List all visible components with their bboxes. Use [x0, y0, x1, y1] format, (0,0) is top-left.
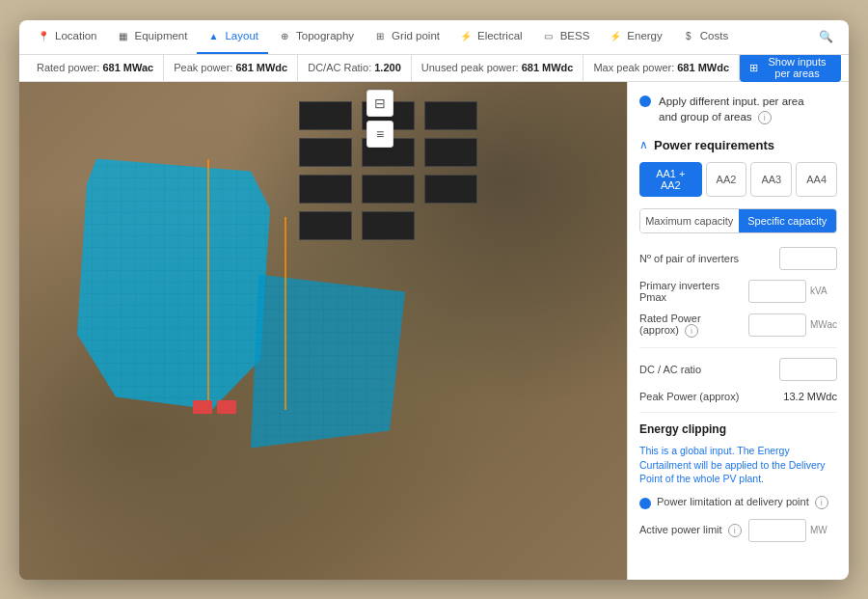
marker-red-1: [193, 400, 212, 414]
toggle-label: Apply different input. per areaand group…: [659, 94, 804, 124]
dc-ac-ratio-input-wrap: [779, 358, 837, 381]
chevron-icon: ∧: [639, 138, 648, 151]
power-requirements-section[interactable]: ∧ Power requirements: [639, 138, 837, 152]
map-area[interactable]: ⊟ ≡: [19, 82, 627, 580]
marker-red-2: [217, 400, 236, 414]
pair-of-inverters-input-wrap: [779, 247, 837, 270]
power-limit-dot: [639, 498, 651, 509]
active-power-unit: MW: [810, 525, 837, 535]
primary-inverters-input[interactable]: [748, 280, 806, 303]
divider-1: [639, 347, 837, 348]
structure-10: [299, 211, 352, 240]
area-tab-aa1-aa2[interactable]: AA1 + AA2: [639, 162, 702, 197]
marker-line-2: [285, 217, 286, 410]
show-inputs-button[interactable]: ⊞ Show inputs per areas: [740, 53, 841, 82]
maximum-capacity-tab[interactable]: Maximum capacity: [640, 209, 739, 232]
location-icon: 📍: [37, 29, 50, 42]
section-title: Power requirements: [654, 138, 774, 152]
nav-item-costs[interactable]: $ Costs: [672, 20, 738, 54]
nav-item-energy[interactable]: ⚡ Energy: [599, 20, 671, 54]
primary-inverters-input-wrap: kVA: [748, 280, 837, 303]
rated-power-input-wrap: MWac: [748, 313, 837, 337]
energy-icon: ⚡: [609, 29, 622, 42]
active-power-label: Active power limit i: [639, 524, 745, 537]
rated-power-status: Rated power: 681 MWac: [27, 55, 164, 81]
dc-ac-ratio-label: DC / AC ratio: [639, 364, 773, 375]
status-bar: Rated power: 681 MWac Peak power: 681 MW…: [19, 55, 849, 82]
structure-7: [299, 175, 352, 204]
area-tab-aa3[interactable]: AA3: [750, 162, 792, 197]
peak-power-label: Peak Power (approx): [639, 391, 777, 402]
pv-area-right: [251, 275, 405, 449]
energy-clipping-title: Energy clipping: [639, 422, 837, 436]
pv-area-left: [77, 159, 270, 410]
nav-item-grid-point[interactable]: ⊞ Grid point: [364, 20, 449, 54]
info-icon-power-limit[interactable]: i: [815, 496, 828, 509]
topography-icon: ⊕: [278, 29, 291, 42]
peak-power-status: Peak power: 681 MWdc: [164, 55, 298, 81]
structure-8: [362, 175, 415, 204]
dc-ac-ratio-status: DC/AC Ratio: 1.200: [298, 55, 412, 81]
main-container: 📍 Location ▦ Equipment ▲ Layout ⊕ Topogr…: [19, 20, 849, 580]
layers-button[interactable]: ⊟: [366, 90, 393, 117]
structure-1: [299, 101, 352, 130]
layout-icon: ▲: [206, 29, 220, 42]
structure-9: [424, 175, 477, 204]
marker-line-1: [207, 159, 209, 410]
structure-6: [424, 138, 477, 167]
layers-stack-icon: ⊟: [374, 95, 386, 111]
peak-power-row: Peak Power (approx) 13.2 MWdc: [639, 391, 837, 402]
specific-capacity-tab[interactable]: Specific capacity: [739, 209, 837, 232]
grid-point-icon: ⊞: [373, 29, 387, 42]
active-power-input[interactable]: [748, 519, 806, 542]
top-nav: 📍 Location ▦ Equipment ▲ Layout ⊕ Topogr…: [19, 20, 849, 55]
energy-clipping-note: This is a global input. The Energy Curta…: [639, 444, 837, 486]
capacity-tabs: Maximum capacity Specific capacity: [639, 208, 837, 233]
pair-of-inverters-input[interactable]: [779, 247, 837, 270]
info-icon-toggle[interactable]: i: [758, 111, 772, 124]
nav-item-layout[interactable]: ▲ Layout: [197, 20, 268, 54]
nav-item-location[interactable]: 📍 Location: [27, 20, 106, 54]
pair-of-inverters-label: Nº of pair of inverters: [639, 253, 773, 264]
structure-3: [424, 101, 477, 130]
rated-power-row: Rated Power (approx) i MWac: [639, 313, 837, 338]
toggle-dot: [639, 95, 651, 107]
rated-power-label: Rated Power (approx) i: [639, 313, 743, 338]
dc-ac-ratio-row: DC / AC ratio: [639, 358, 837, 381]
active-power-row: Active power limit i MW: [639, 519, 837, 542]
list-icon: ≡: [376, 126, 384, 142]
nav-item-bess[interactable]: ▭ BESS: [532, 20, 600, 54]
nav-item-equipment[interactable]: ▦ Equipment: [106, 20, 197, 54]
nav-item-topography[interactable]: ⊕ Topography: [268, 20, 364, 54]
primary-inverters-unit: kVA: [810, 286, 837, 296]
pair-of-inverters-row: Nº of pair of inverters: [639, 247, 837, 270]
dc-ac-ratio-input[interactable]: [779, 358, 837, 381]
unused-peak-status: Unused peak power: 681 MWdc: [412, 55, 584, 81]
divider-2: [639, 412, 837, 413]
area-tab-aa2[interactable]: AA2: [706, 162, 747, 197]
power-limit-row: Power limitation at delivery point i: [639, 496, 837, 509]
pv-grid-overlay: [77, 159, 270, 410]
structures-area: [299, 101, 492, 256]
primary-inverters-row: Primary inverters Pmax kVA: [639, 280, 837, 303]
apply-different-input-row: Apply different input. per areaand group…: [639, 94, 837, 124]
search-icon: 🔍: [819, 30, 833, 43]
rated-power-input[interactable]: [748, 313, 806, 337]
area-tab-aa4[interactable]: AA4: [796, 162, 837, 197]
search-button[interactable]: 🔍: [811, 30, 841, 43]
content-area: ⊟ ≡ Apply different input. per areaand g…: [19, 82, 849, 580]
nav-item-electrical[interactable]: ⚡ Electrical: [449, 20, 532, 54]
bess-icon: ▭: [542, 29, 556, 42]
list-button[interactable]: ≡: [366, 121, 393, 148]
costs-icon: $: [682, 29, 695, 42]
electrical-icon: ⚡: [459, 29, 473, 42]
structure-4: [299, 138, 352, 167]
area-tabs: AA1 + AA2 AA2 AA3 AA4: [639, 162, 837, 197]
equipment-icon: ▦: [116, 29, 129, 42]
info-icon-rated-power[interactable]: i: [685, 324, 698, 338]
structure-11: [362, 211, 415, 240]
info-icon-active-power[interactable]: i: [728, 524, 742, 537]
right-panel: Apply different input. per areaand group…: [627, 82, 849, 580]
layers-icon: ⊞: [749, 62, 758, 74]
max-peak-status: Max peak power: 681 MWdc: [583, 55, 740, 81]
